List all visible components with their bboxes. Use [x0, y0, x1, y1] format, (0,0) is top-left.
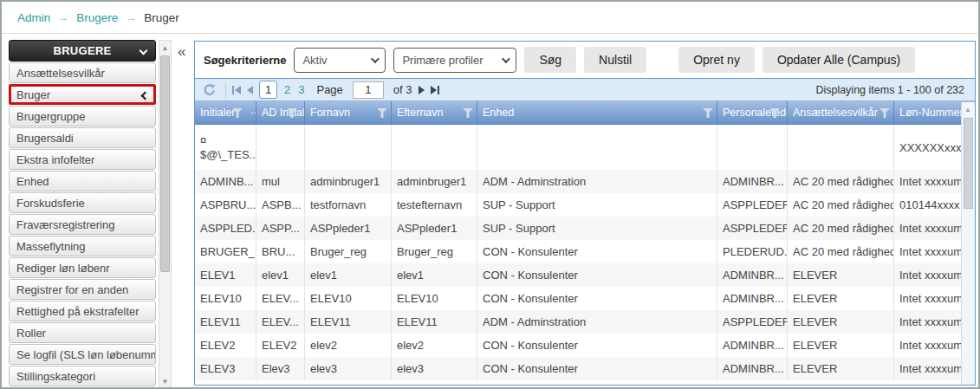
table-row[interactable]: ELEV1 elev1 elev1 elev1 CON - Konsulente…: [195, 263, 975, 287]
cell: ASPPLEDER1: [717, 217, 788, 240]
sidebar-item-ansaettelsesvilkaar[interactable]: Ansættelsesvilkår: [9, 62, 156, 83]
column-header-fornavn[interactable]: Fornavn: [305, 101, 392, 124]
cell: ASPB...: [256, 193, 305, 217]
scroll-down-icon[interactable]: ▼: [159, 375, 171, 387]
sidebar-item-label: Se logfil (SLS løn løbenummer): [16, 348, 156, 361]
sidebar-header[interactable]: BRUGERE: [9, 40, 156, 62]
reset-button[interactable]: Nulstil: [584, 47, 646, 73]
cell: ELEVER: [788, 357, 894, 380]
page-number-1[interactable]: 1: [259, 81, 277, 99]
first-page-button[interactable]: [232, 86, 241, 94]
table-row[interactable]: ELEV10 ELEV... ELEV10 ELEV10 CON - Konsu…: [195, 287, 975, 310]
table-row[interactable]: ADMINB... mul adminbruger1 adminbruger1 …: [195, 170, 975, 193]
table-row[interactable]: ASPPLED... ASPP... ASPpleder1 ASPpleder1…: [195, 217, 975, 240]
cell: AC 20 med rådighed: [788, 170, 894, 193]
sidebar-scrollbar-thumb[interactable]: [160, 55, 170, 272]
breadcrumb: Admin → Brugere → Bruger: [2, 2, 978, 34]
status-filter-select[interactable]: Aktiv: [294, 48, 386, 73]
table-row[interactable]: ELEV3 Elev3 elev3 elev3 CON - Konsulente…: [195, 357, 975, 380]
column-label: Ansættelsesvilkår: [793, 107, 878, 119]
cell: [256, 125, 305, 170]
scroll-up-icon[interactable]: ▲: [962, 103, 974, 115]
table-scrollbar-thumb[interactable]: [964, 118, 973, 209]
cell: ADMINBR...: [717, 287, 788, 310]
column-header-personaleleder[interactable]: Personaleleder: [717, 101, 788, 124]
cell: [305, 125, 392, 170]
profile-filter-select[interactable]: Primære profiler: [393, 48, 516, 73]
cell: ELEVER: [788, 263, 894, 287]
cell: ELEV10: [305, 287, 392, 310]
cell: elev2: [392, 334, 477, 357]
refresh-icon[interactable]: [202, 82, 219, 98]
breadcrumb-link-admin[interactable]: Admin: [17, 11, 50, 24]
column-header-ansaettelsesvilkaar[interactable]: Ansættelsesvilkår: [788, 101, 894, 124]
cell: CON - Konsulenter: [477, 334, 717, 357]
column-header-efternavn[interactable]: Efternavn: [392, 101, 477, 124]
cell: [392, 125, 477, 170]
next-page-button[interactable]: [419, 86, 425, 94]
sidebar-item-rettighed-paa-ekstrafelter[interactable]: Rettighed på ekstrafelter: [9, 301, 156, 321]
sidebar-item-enhed[interactable]: Enhed: [9, 171, 156, 191]
table-row[interactable]: BRUGER_... BRU... Bruger_reg Bruger_reg …: [195, 240, 975, 263]
cell: ASPPLEDER1: [717, 193, 788, 217]
breadcrumb-separator-icon: →: [126, 11, 136, 23]
sidebar-item-bruger[interactable]: Bruger: [9, 84, 156, 105]
sidebar-item-ekstra-infofelter[interactable]: Ekstra infofelter: [9, 149, 156, 170]
update-all-campus-button[interactable]: Opdater Alle (Campus): [763, 47, 915, 73]
sidebar-item-masseflytning[interactable]: Masseflytning: [9, 236, 156, 256]
column-header-ad-initialer[interactable]: AD Initialer: [256, 101, 305, 124]
filter-icon[interactable]: [879, 108, 890, 118]
sidebar-item-label: Masseflytning: [16, 240, 85, 253]
sidebar-scrollbar[interactable]: ▲ ▼: [159, 40, 172, 389]
app-window: Admin → Brugere → Bruger BRUGERE Ansætte…: [0, 0, 980, 389]
sidebar-item-label: Bruger: [16, 88, 50, 101]
cell: ADM - Adminstration: [477, 170, 717, 193]
page-of-label: of 3: [393, 83, 412, 96]
pager-bar: 1 2 3 Page of 3 Displaying items 1 - 100…: [195, 78, 975, 101]
column-label: Initialer: [200, 107, 235, 119]
table-row[interactable]: ¤ $@\_TES... XXXXXXxxxx: [195, 125, 975, 170]
search-button[interactable]: Søg: [524, 47, 576, 73]
table-row[interactable]: ELEV2 ELEV2 elev2 elev2 CON - Konsulente…: [195, 334, 975, 357]
sidebar-item-label: Brugergruppe: [16, 110, 86, 123]
breadcrumb-link-brugere[interactable]: Brugere: [76, 11, 118, 24]
sidebar-item-forskudsferie[interactable]: Forskudsferie: [9, 192, 156, 213]
sidebar-item-fravaersregistrering[interactable]: Fraværsregistrering: [9, 214, 156, 235]
page-number-2[interactable]: 2: [283, 83, 291, 96]
table-scrollbar[interactable]: ▲: [961, 102, 975, 385]
cell: elev2: [305, 334, 392, 357]
cell: ELEV...: [256, 310, 305, 334]
page-number-3[interactable]: 3: [297, 83, 305, 96]
cell: testefternavn: [392, 193, 477, 217]
filter-icon[interactable]: [703, 108, 713, 118]
sidebar-item-brugergruppe[interactable]: Brugergruppe: [9, 106, 156, 126]
previous-page-button[interactable]: [247, 86, 253, 94]
collapse-sidebar-button[interactable]: «: [178, 44, 193, 62]
create-new-button[interactable]: Opret ny: [678, 47, 755, 73]
table-row[interactable]: ELEV11 ELEV... ELEV11 ELEV11 ADM - Admin…: [195, 310, 975, 334]
cell: AC 20 med rådighed: [788, 193, 894, 217]
sidebar-item-se-logfil[interactable]: Se logfil (SLS løn løbenummer): [9, 344, 156, 365]
cell: Bruger_reg: [305, 240, 392, 263]
scroll-up-icon[interactable]: ▲: [159, 42, 171, 54]
cell: ELEV1: [195, 263, 256, 287]
sidebar-item-brugersaldi[interactable]: Brugersaldi: [9, 127, 156, 148]
displaying-items-status: Displaying items 1 - 100 of 232: [815, 84, 968, 96]
column-header-enhed[interactable]: Enhed: [477, 101, 717, 124]
cell: ASPpleder1: [305, 217, 392, 240]
sidebar-item-label: Rediger løn løbenr: [16, 262, 110, 275]
sidebar-item-stillingskategori[interactable]: Stillingskategori: [9, 366, 156, 386]
filter-icon[interactable]: [377, 108, 387, 118]
column-header-initialer[interactable]: Initialer ..: [195, 101, 256, 124]
cell: CON - Konsulenter: [477, 357, 717, 380]
cell: ELEV10: [392, 287, 477, 310]
table-row[interactable]: ASPBRU... ASPB... testfornavn testeftern…: [195, 193, 975, 217]
sidebar-item-rediger-loen-loebenr[interactable]: Rediger løn løbenr: [9, 257, 156, 278]
filter-icon[interactable]: [463, 108, 473, 118]
last-page-button[interactable]: [431, 86, 439, 94]
cell: SUP - Support: [477, 217, 717, 240]
cell: [477, 125, 717, 170]
page-input[interactable]: [353, 81, 384, 99]
sidebar-item-roller[interactable]: Roller: [9, 322, 156, 343]
sidebar-item-registrer-for-en-anden[interactable]: Registrer for en anden: [9, 279, 156, 300]
